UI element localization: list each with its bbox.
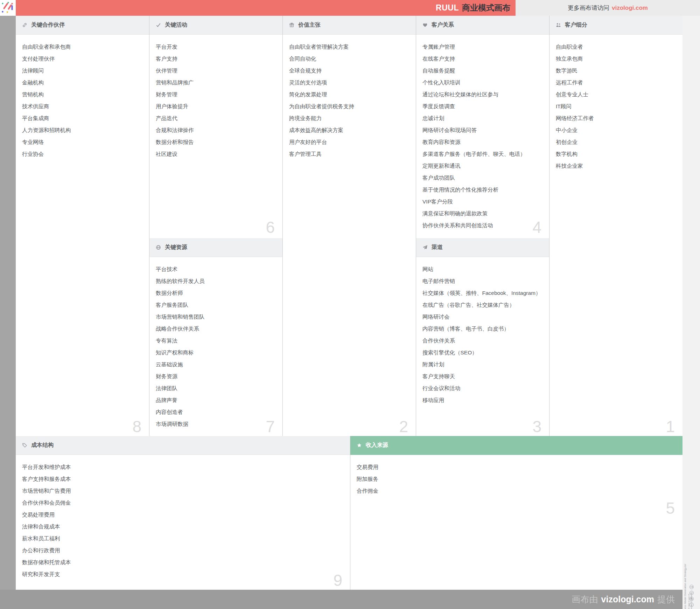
section-channels: 渠道 网站电子邮件营销社交媒体（领英、推特、Facebook、Instagram… xyxy=(416,238,549,436)
header-more-area: 更多画布请访问 vizologi.com xyxy=(516,0,700,16)
section-number: 1 xyxy=(666,418,675,435)
section-key-activities: 关键活动 平台开发客户支持伙伴管理营销和品牌推广财务管理用户体验提升产品迭代合规… xyxy=(149,16,282,238)
key-partners-list: 自由职业者和承包商支付处理伙伴法律顾问金融机构营销机构技术供应商平台集成商人力资… xyxy=(16,35,149,158)
list-item: 财务管理 xyxy=(156,91,276,98)
list-item: 市场营销和销售团队 xyxy=(156,313,276,320)
section-title: 关键活动 xyxy=(165,21,187,29)
list-item: 网络经济工作者 xyxy=(556,115,676,122)
list-item: 自动服务提醒 xyxy=(422,67,543,74)
list-item: 客户支持和服务成本 xyxy=(22,475,344,483)
customer-segments-list: 自由职业者独立承包商数字游民远程工作者创意专业人士IT顾问网络经济工作者中小企业… xyxy=(550,35,682,169)
section-value-propositions: 价值主张 自由职业者管理解决方案合同自动化全球合规支持灵活的支付选项简化的发票处… xyxy=(282,16,416,436)
list-item: 用户体验提升 xyxy=(156,103,276,110)
list-item: 内容创造者 xyxy=(156,408,276,416)
list-item: 平台开发 xyxy=(156,43,276,50)
link-icon xyxy=(22,22,27,28)
list-item: 用户友好的平台 xyxy=(289,138,410,146)
list-item: 客户管理工具 xyxy=(289,150,410,158)
list-item: 品牌声誉 xyxy=(156,396,276,404)
list-item: 基于使用情况的个性化推荐分析 xyxy=(422,186,543,193)
key-resources-header: 关键资源 xyxy=(149,238,282,257)
list-item: 客户支持 xyxy=(156,55,276,62)
section-title: 成本结构 xyxy=(31,442,54,449)
list-item: 客户服务团队 xyxy=(156,301,276,309)
list-item: 个性化入职培训 xyxy=(422,79,543,86)
list-item: 内容营销（博客、电子书、白皮书） xyxy=(422,325,543,332)
list-item: 初创企业 xyxy=(556,138,676,146)
list-item: VIP客户分段 xyxy=(422,198,543,205)
page-title: 商业模式画布 xyxy=(462,2,510,13)
channels-header: 渠道 xyxy=(416,238,549,257)
list-item: 财务资源 xyxy=(156,373,276,380)
section-cost-structure: 成本结构 平台开发和维护成本客户支持和服务成本市场营销和广告费用合作伙伴和会员佣… xyxy=(16,436,350,590)
list-item: 自由职业者和承包商 xyxy=(22,43,143,50)
list-item: 多渠道客户服务（电子邮件、聊天、电话） xyxy=(422,150,543,158)
business-model-canvas-page: RUUL 商业模式画布 更多画布请访问 vizologi.com 关键合作伙伴 … xyxy=(0,0,700,609)
list-item: 忠诚计划 xyxy=(422,115,543,122)
designed-by-tagline: The makers of Business Model Generation … xyxy=(684,564,687,609)
list-item: 自由职业者管理解决方案 xyxy=(289,43,410,50)
section-title: 渠道 xyxy=(432,244,443,251)
vizologi-logo-icon xyxy=(0,0,16,16)
list-item: 知识产权和商标 xyxy=(156,349,276,356)
list-item: 附属计划 xyxy=(422,361,543,368)
list-item: 营销机构 xyxy=(22,91,143,98)
list-item: 专属账户管理 xyxy=(422,43,543,50)
list-item: 法律顾问 xyxy=(22,67,143,74)
cost-structure-list: 平台开发和维护成本客户支持和服务成本市场营销和广告费用合作伙伴和会员佣金交易处理… xyxy=(16,455,350,578)
cc-share-icon xyxy=(689,596,694,601)
list-item: 市场调研数据 xyxy=(156,420,276,428)
header-bar: RUUL 商业模式画布 xyxy=(16,0,516,16)
check-icon xyxy=(156,22,161,28)
vizologi-link[interactable]: vizologi.com xyxy=(612,5,648,12)
list-item: 社交媒体（领英、推特、Facebook、Instagram） xyxy=(422,289,543,297)
list-item: 附加服务 xyxy=(357,475,676,483)
people-icon xyxy=(556,22,561,28)
section-key-partners: 关键合作伙伴 自由职业者和承包商支付处理伙伴法律顾问金融机构营销机构技术供应商平… xyxy=(16,16,149,436)
revenue-streams-header: 收入来源 xyxy=(350,436,682,455)
section-title: 收入来源 xyxy=(366,442,388,449)
list-item: 自由职业者 xyxy=(556,43,676,50)
list-item: 人力资源和招聘机构 xyxy=(22,126,143,134)
list-item: 合规和法律操作 xyxy=(156,126,276,134)
list-item: 合作伙伴和会员佣金 xyxy=(22,499,344,506)
list-item: 研究和开发开支 xyxy=(22,570,344,578)
footer-prefix: 画布由 xyxy=(572,594,598,605)
cc-sa-icon xyxy=(689,590,694,595)
list-item: 独立承包商 xyxy=(556,55,676,62)
section-number: 7 xyxy=(266,418,275,435)
list-item: 数字机构 xyxy=(556,150,676,158)
list-item: 支付处理伙伴 xyxy=(22,55,143,62)
list-item: 电子邮件营销 xyxy=(422,277,543,285)
section-number: 3 xyxy=(532,418,541,435)
section-revenue-streams: 收入来源 交易费用附加服务合作佣金 5 xyxy=(350,436,682,590)
list-item: 薪水和员工福利 xyxy=(22,535,344,542)
list-item: 合同自动化 xyxy=(289,55,410,62)
list-item: 平台技术 xyxy=(156,265,276,273)
list-item: 市场营销和广告费用 xyxy=(22,487,344,494)
section-number: 9 xyxy=(333,572,342,588)
list-item: 全球合规支持 xyxy=(289,67,410,74)
section-key-resources: 关键资源 平台技术熟练的软件开发人员数据分析师客户服务团队市场营销和销售团队战略… xyxy=(149,238,282,436)
designed-by-text: DESIGNED BY: Business Model Foundry AGTh… xyxy=(683,592,687,609)
section-number: 4 xyxy=(532,219,541,235)
section-number: 6 xyxy=(266,219,275,235)
list-item: 客户成功团队 xyxy=(422,174,543,181)
footer-vizologi-link[interactable]: vizologi.com xyxy=(601,594,654,604)
list-item: 满意保证和明确的退款政策 xyxy=(422,210,543,217)
list-item: 跨境业务能力 xyxy=(289,115,410,122)
footer-bar: 画布由 vizologi.com 提供 xyxy=(0,590,682,609)
section-number: 5 xyxy=(666,500,675,516)
section-title: 价值主张 xyxy=(298,21,321,29)
section-title: 关键资源 xyxy=(165,244,187,251)
list-item: 为自由职业者提供税务支持 xyxy=(289,103,410,110)
list-item: 科技企业家 xyxy=(556,162,676,169)
vizologi-logo[interactable] xyxy=(0,0,16,16)
list-item: 交易处理费用 xyxy=(22,511,344,518)
list-item: IT顾问 xyxy=(556,103,676,110)
footer-suffix: 提供 xyxy=(657,594,675,605)
list-item: 在线客户支持 xyxy=(422,55,543,62)
list-item: 网站 xyxy=(422,265,543,273)
list-item: 平台开发和维护成本 xyxy=(22,463,344,471)
globe-icon xyxy=(156,245,161,250)
